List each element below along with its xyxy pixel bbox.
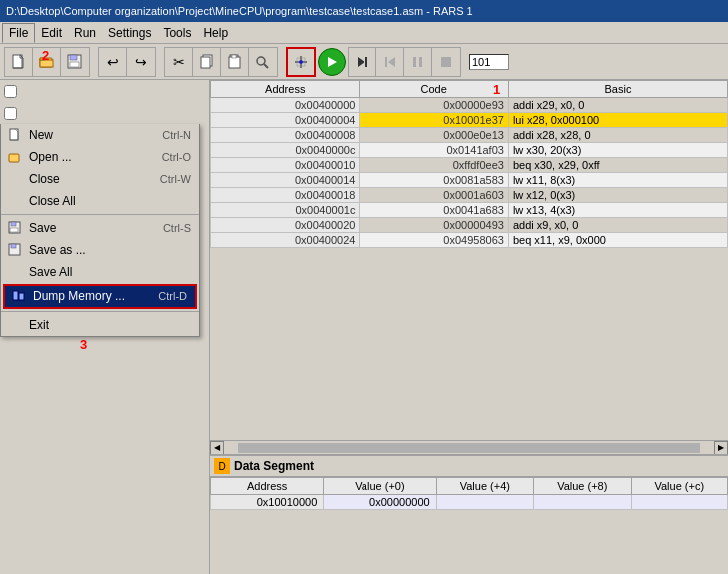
horizontal-scrollbar[interactable]: ◀ ▶ (210, 440, 728, 454)
menu-item-dump-memory[interactable]: Dump Memory ... Ctrl-D (3, 284, 197, 309)
code-cell: 0x0001a603 (360, 188, 508, 203)
table-row[interactable]: 0x00400008 0x000e0e13 addi x28, x28, 0 (211, 128, 728, 143)
data-col-v8: Value (+8) (534, 478, 631, 495)
table-row[interactable]: 0x00400024 0x04958063 beq x11, x9, 0x000 (211, 233, 728, 248)
assemble-button[interactable] (286, 47, 316, 77)
data-segment: D Data Segment Address Value (+0) Value … (210, 454, 728, 574)
separator-2 (1, 311, 199, 312)
save-as-icon (5, 242, 25, 258)
menu-item-close-all[interactable]: Close All (1, 190, 199, 212)
run-button[interactable] (318, 48, 346, 76)
menu-item-save-as[interactable]: Save as ... (1, 239, 199, 261)
data-v0-cell: 0x00000000 (324, 495, 436, 510)
col-address: Address (211, 81, 360, 98)
table-row[interactable]: 0x0040000c 0x0141af03 lw x30, 20(x3) (211, 143, 728, 158)
menu-item-open-shortcut: Ctrl-O (142, 151, 191, 163)
code-cell: 0xffdf0ee3 (360, 158, 508, 173)
menu-item-new[interactable]: New Ctrl-N (1, 124, 199, 146)
pause-button[interactable] (404, 48, 432, 76)
stop-button[interactable] (432, 48, 460, 76)
text-segment[interactable]: Address Code Basic 0x00400000 0x00000e93… (210, 80, 728, 440)
menu-tools[interactable]: Tools (157, 24, 197, 42)
save-file-button[interactable] (61, 48, 89, 76)
menu-item-save-all[interactable]: Save All (1, 261, 199, 283)
svg-rect-7 (70, 62, 79, 67)
back-step-button[interactable] (376, 48, 404, 76)
menu-item-save-all-label: Save All (29, 265, 72, 279)
asm-cell: lui x28, 0x000100 (508, 113, 727, 128)
file-dropdown-menu: New Ctrl-N Open ... Ctrl-O Close Ctrl-W … (0, 124, 200, 337)
code-cell: 0x0041a683 (360, 203, 508, 218)
dump-memory-icon (9, 288, 29, 304)
svg-point-17 (299, 60, 303, 64)
cut-button[interactable]: ✂ (165, 48, 193, 76)
data-table-row[interactable]: 0x10010000 0x00000000 (211, 495, 728, 510)
checkbox-1[interactable] (4, 85, 17, 98)
menu-item-open[interactable]: Open ... Ctrl-O (1, 146, 199, 168)
svg-rect-0 (13, 55, 22, 68)
data-v8-cell (534, 495, 631, 510)
asm-cell: beq x11, x9, 0x000 (508, 233, 727, 248)
code-cell: 0x0141af03 (360, 143, 508, 158)
menu-help[interactable]: Help (197, 24, 234, 42)
menu-item-exit[interactable]: Exit (1, 314, 199, 336)
data-table: Address Value (+0) Value (+4) Value (+8)… (210, 477, 728, 510)
new-file-button[interactable] (5, 48, 33, 76)
table-row[interactable]: 0x0040001c 0x0041a683 lw x13, 4(x3) (211, 203, 728, 218)
checkbox-row-1 (0, 80, 209, 102)
undo-button[interactable]: ↩ (99, 48, 127, 76)
address-input[interactable] (469, 54, 509, 70)
svg-marker-18 (328, 57, 337, 67)
menu-item-new-shortcut: Ctrl-N (142, 129, 191, 141)
menu-run[interactable]: Run (68, 24, 102, 42)
menu-item-close[interactable]: Close Ctrl-W (1, 168, 199, 190)
svg-rect-6 (70, 55, 77, 60)
open-folder-icon (5, 149, 25, 165)
table-row[interactable]: 0x00400000 0x00000e93 addi x29, x0, 0 (211, 98, 728, 113)
toolbar-edit-group: ✂ (164, 47, 278, 77)
svg-rect-22 (385, 57, 387, 67)
menu-settings[interactable]: Settings (102, 24, 157, 42)
menu-file[interactable]: File (2, 23, 35, 43)
svg-rect-23 (413, 57, 416, 67)
svg-point-13 (257, 57, 265, 65)
svg-rect-34 (19, 293, 24, 300)
annotation-2: 2 (42, 48, 49, 63)
col-basic: Basic (508, 81, 727, 98)
menu-item-close-shortcut: Ctrl-W (140, 173, 191, 185)
data-segment-icon: D (214, 458, 230, 474)
paste-button[interactable] (221, 48, 249, 76)
scroll-right-arrow[interactable]: ▶ (714, 441, 728, 455)
menu-edit[interactable]: Edit (35, 24, 68, 42)
svg-rect-29 (11, 222, 16, 226)
data-table-wrapper[interactable]: Address Value (+0) Value (+4) Value (+8)… (210, 477, 728, 574)
step-into-button[interactable] (349, 48, 376, 76)
table-row[interactable]: 0x00400020 0x00000493 addi x9, x0, 0 (211, 218, 728, 233)
table-row[interactable]: 0x00400004 0x10001e37 lui x28, 0x000100 (211, 113, 728, 128)
scroll-left-arrow[interactable]: ◀ (210, 441, 224, 455)
redo-button[interactable]: ↪ (127, 48, 155, 76)
address-cell: 0x00400020 (211, 218, 360, 233)
table-row[interactable]: 0x00400014 0x0081a583 lw x11, 8(x3) (211, 173, 728, 188)
data-address-cell: 0x10010000 (211, 495, 324, 510)
table-row[interactable]: 0x00400018 0x0001a603 lw x12, 0(x3) (211, 188, 728, 203)
save-all-icon (5, 264, 25, 280)
menu-item-close-label: Close (29, 172, 60, 186)
menu-item-close-all-label: Close All (29, 194, 76, 208)
menu-item-save-label: Save (29, 221, 56, 235)
title-text: D:\Desktop\Computer organization\Project… (6, 5, 473, 17)
menu-item-save-shortcut: Ctrl-S (143, 222, 191, 234)
checkbox-row-2 (0, 102, 209, 124)
checkbox-2[interactable] (4, 107, 17, 120)
data-v4-cell (436, 495, 533, 510)
toolbar-step-group (348, 47, 461, 77)
scroll-track[interactable] (238, 443, 700, 453)
find-button[interactable] (249, 48, 277, 76)
copy-button[interactable] (193, 48, 221, 76)
data-col-v0: Value (+0) (324, 478, 436, 495)
table-row[interactable]: 0x00400010 0xffdf0ee3 beq x30, x29, 0xff (211, 158, 728, 173)
code-cell: 0x0081a583 (360, 173, 508, 188)
menu-item-save[interactable]: Save Ctrl-S (1, 217, 199, 239)
asm-cell: lw x13, 4(x3) (508, 203, 727, 218)
svg-rect-11 (229, 57, 240, 68)
